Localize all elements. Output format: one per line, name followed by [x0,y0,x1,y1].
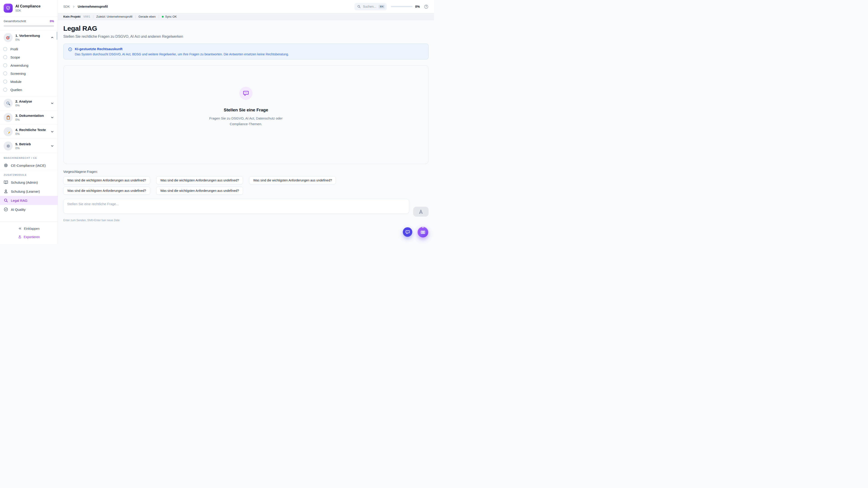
banner-title: KI-gestuetzte Rechtsauskunft [75,47,289,51]
sidebar-scrollbar[interactable] [57,32,57,40]
app-header: AI Compliance SDK [0,0,58,17]
sidebar-item-legal-rag[interactable]: Legal RAG [0,196,58,205]
export-button[interactable]: Exportieren [4,233,54,240]
suggested-question-chip[interactable]: Was sind die wichtigsten Anforderungen a… [156,176,243,184]
chevron-down-icon [51,116,54,119]
sidebar-item-label: AI Quality [11,207,26,212]
sidebar-item-scope[interactable]: Scope [0,53,58,61]
suggested-question-chip[interactable]: Was sind die wichtigsten Anforderungen a… [156,187,243,195]
chevron-right-icon [72,5,75,8]
page-subtitle: Stellen Sie rechtliche Fragen zu DSGVO, … [63,35,429,39]
sidebar-item-schulung-admin[interactable]: Schulung (Admin) [0,178,58,187]
section-percent: 0% [16,147,48,150]
sync-status: Sync OK [162,15,177,18]
check-circle-icon [4,207,8,212]
export-label: Exportieren [24,235,40,239]
version-badge: V001 [84,15,90,18]
sidebar-item-quellen[interactable]: Quellen [0,86,58,94]
section-dokumentation[interactable]: 3. Dokumentation 0% [0,110,58,125]
app-logo [4,4,13,13]
book-open-icon [4,180,8,185]
overall-progress-bar [4,25,54,27]
empty-state-title: Stellen Sie eine Frage [224,107,268,112]
page-title: Legal RAG [63,25,429,32]
sidebar-item-label: Schulung (Admin) [11,181,38,184]
sidebar-item-ai-quality[interactable]: AI Quality [0,205,58,214]
step-circle-icon [3,79,7,84]
header-progress: 0% [391,5,420,8]
sync-status-dot [162,16,164,18]
chevron-down-icon [51,130,54,133]
suggested-question-chip[interactable]: Was sind die wichtigsten Anforderungen a… [63,176,150,184]
panels-fab-button[interactable] [417,227,429,238]
section-label: 2. Analyse [16,99,48,104]
sidebar-item-label: Legal RAG [11,199,27,202]
section-rechtliche-texte[interactable]: 4. Rechtliche Texte 0% [0,125,58,139]
step-circle-icon [3,47,7,51]
chevrons-left-icon [18,227,22,230]
sidebar-item-label: CE-Compliance (IACE) [11,164,46,167]
sidebar-item-anwendung[interactable]: Anwendung [0,61,58,69]
divider [159,15,159,18]
memo-icon [4,127,13,136]
sidebar-item-profil[interactable]: Profil [0,45,58,53]
magnifier-icon [4,99,13,108]
collapse-sidebar-button[interactable]: Einklappen [4,225,54,232]
question-input[interactable] [63,199,409,214]
search-shortcut-badge: ⌘K [378,4,385,9]
overall-progress-value: 0% [50,20,54,23]
sidebar-item-label: Profil [10,47,18,51]
notification-dot [423,227,424,228]
sidebar-item-ce-compliance[interactable]: CE-Compliance (IACE) [0,161,58,170]
suggested-question-chip[interactable]: Was sind die wichtigsten Anforderungen a… [249,176,336,184]
chat-fab-button[interactable] [403,227,412,237]
clipboard-icon [4,113,13,122]
section-vorbereitung[interactable]: 1. Vorbereitung 0% [0,31,58,44]
gear-icon [4,141,13,151]
collapse-label: Einklappen [24,227,39,230]
breadcrumb: SDK Unternehmensprofil [63,5,108,8]
send-icon [418,209,424,215]
send-button[interactable] [413,207,429,217]
columns-icon [420,230,426,235]
sidebar-item-schulung-learner[interactable]: Schulung (Learner) [0,187,58,196]
sidebar-item-module[interactable]: Module [0,77,58,86]
suggested-questions-label: Vorgeschlagene Fragen: [63,170,429,173]
target-icon [4,33,13,42]
section-percent: 0% [16,38,48,41]
section-label: 4. Rechtliche Texte [16,128,48,132]
chat-bubble-icon [239,87,252,100]
header-progress-value: 0% [415,5,420,8]
chat-bubble-icon [405,230,410,234]
breadcrumb-current: Unternehmensprofil [78,5,108,8]
app-subtitle: SDK [16,9,40,12]
empty-state-body: Fragen Sie zu DSGVO, AI Act, Datenschutz… [204,116,288,127]
help-button[interactable] [424,4,429,9]
section-percent: 0% [16,118,48,121]
app-title: AI Compliance [16,4,40,8]
sidebar-item-label: Screening [10,72,26,75]
project-name: Kein Projekt [63,15,81,18]
sidebar-footer: Einklappen Exportieren [0,222,58,244]
section-percent: 0% [16,104,48,107]
chevron-down-icon [51,101,54,105]
section-percent: 0% [16,132,48,135]
section-betrieb[interactable]: 5. Betrieb 0% [0,139,58,153]
group-header-maschinenrecht: MASCHINENRECHT / CE [0,153,58,161]
step-circle-icon [3,55,7,59]
section-analyse[interactable]: 2. Analyse 0% [0,96,58,110]
group-header-zusatzmodule: ZUSATZMODULE [0,170,58,178]
breadcrumb-root[interactable]: SDK [63,5,70,8]
chevron-up-icon [51,36,54,39]
sidebar-item-label: Module [10,80,22,84]
last-saved-time: Gerade eben [138,15,156,18]
search-icon [357,5,361,8]
upload-icon [18,235,22,239]
sidebar-item-label: Quellen [10,88,22,92]
step-circle-icon [3,88,7,92]
global-search-button[interactable]: Suchen... ⌘K [354,3,386,10]
suggested-question-chip[interactable]: Was sind die wichtigsten Anforderungen a… [63,187,150,195]
section-label: 5. Betrieb [16,142,48,147]
sidebar-item-screening[interactable]: Screening [0,69,58,77]
sidebar: AI Compliance SDK Gesamtfortschritt 0% 1… [0,0,58,244]
